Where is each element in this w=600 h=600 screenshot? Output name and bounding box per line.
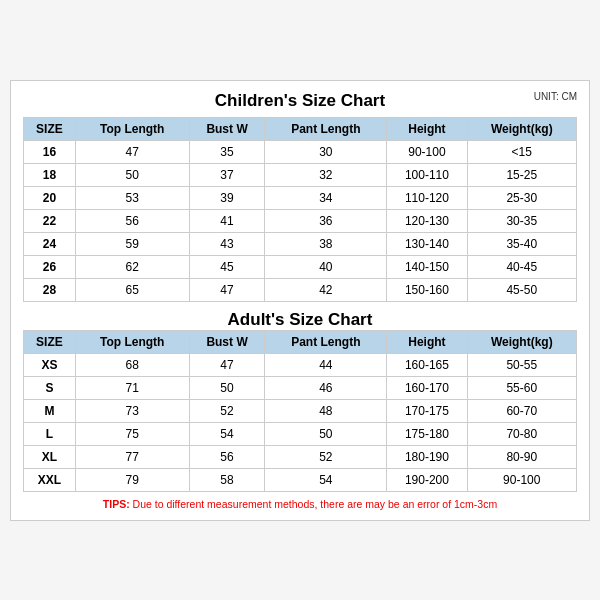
data-cell: 68 [75,353,189,376]
data-cell: 59 [75,232,189,255]
size-cell: XXL [24,468,76,491]
children-table-row: 22564136120-13030-35 [24,209,577,232]
data-cell: 110-120 [387,186,467,209]
col-size-a: SIZE [24,330,76,353]
size-cell: L [24,422,76,445]
data-cell: 39 [189,186,265,209]
data-cell: 25-30 [467,186,576,209]
data-cell: 79 [75,468,189,491]
size-cell: 20 [24,186,76,209]
data-cell: 48 [265,399,387,422]
col-height-a: Height [387,330,467,353]
data-cell: 40 [265,255,387,278]
data-cell: 58 [189,468,265,491]
data-cell: 160-170 [387,376,467,399]
data-cell: 65 [75,278,189,301]
data-cell: 60-70 [467,399,576,422]
adults-table-row: XXL795854190-20090-100 [24,468,577,491]
data-cell: 56 [75,209,189,232]
data-cell: 52 [265,445,387,468]
data-cell: 37 [189,163,265,186]
data-cell: 62 [75,255,189,278]
data-cell: 54 [189,422,265,445]
adults-table: SIZE Top Length Bust W Pant Length Heigh… [23,330,577,492]
data-cell: 100-110 [387,163,467,186]
data-cell: 47 [189,353,265,376]
children-title: Children's Size Chart [215,91,385,111]
col-weight-a: Weight(kg) [467,330,576,353]
data-cell: 71 [75,376,189,399]
data-cell: 160-165 [387,353,467,376]
data-cell: 70-80 [467,422,576,445]
data-cell: 80-90 [467,445,576,468]
children-table-row: 20533934110-12025-30 [24,186,577,209]
data-cell: 190-200 [387,468,467,491]
size-cell: XS [24,353,76,376]
data-cell: 120-130 [387,209,467,232]
col-weight: Weight(kg) [467,117,576,140]
col-top-length-a: Top Length [75,330,189,353]
data-cell: 52 [189,399,265,422]
size-cell: M [24,399,76,422]
col-bust-w-a: Bust W [189,330,265,353]
data-cell: <15 [467,140,576,163]
adults-table-row: S715046160-17055-60 [24,376,577,399]
children-table-row: 1647353090-100<15 [24,140,577,163]
col-size: SIZE [24,117,76,140]
data-cell: 40-45 [467,255,576,278]
data-cell: 56 [189,445,265,468]
data-cell: 45-50 [467,278,576,301]
adults-table-row: XL775652180-19080-90 [24,445,577,468]
data-cell: 175-180 [387,422,467,445]
size-cell: S [24,376,76,399]
size-cell: XL [24,445,76,468]
data-cell: 45 [189,255,265,278]
data-cell: 50-55 [467,353,576,376]
data-cell: 15-25 [467,163,576,186]
size-cell: 26 [24,255,76,278]
data-cell: 35 [189,140,265,163]
size-cell: 24 [24,232,76,255]
col-pant-length-a: Pant Length [265,330,387,353]
data-cell: 77 [75,445,189,468]
children-table-row: 24594338130-14035-40 [24,232,577,255]
col-height: Height [387,117,467,140]
adults-table-row: XS684744160-16550-55 [24,353,577,376]
data-cell: 44 [265,353,387,376]
chart-container: Children's Size Chart UNIT: CM SIZE Top … [10,80,590,521]
data-cell: 30 [265,140,387,163]
children-table-row: 18503732100-11015-25 [24,163,577,186]
data-cell: 36 [265,209,387,232]
data-cell: 90-100 [467,468,576,491]
size-cell: 22 [24,209,76,232]
tips-label: TIPS: [103,498,133,510]
children-table-row: 26624540140-15040-45 [24,255,577,278]
data-cell: 34 [265,186,387,209]
data-cell: 46 [265,376,387,399]
data-cell: 47 [189,278,265,301]
data-cell: 35-40 [467,232,576,255]
adults-title: Adult's Size Chart [23,310,577,330]
data-cell: 50 [75,163,189,186]
adults-table-row: L755450175-18070-80 [24,422,577,445]
col-pant-length: Pant Length [265,117,387,140]
col-bust-w: Bust W [189,117,265,140]
data-cell: 90-100 [387,140,467,163]
adults-title-row: Adult's Size Chart [23,310,577,330]
data-cell: 54 [265,468,387,491]
data-cell: 53 [75,186,189,209]
adults-table-row: M735248170-17560-70 [24,399,577,422]
children-header-row: SIZE Top Length Bust W Pant Length Heigh… [24,117,577,140]
data-cell: 38 [265,232,387,255]
size-cell: 18 [24,163,76,186]
adults-header-row: SIZE Top Length Bust W Pant Length Heigh… [24,330,577,353]
data-cell: 73 [75,399,189,422]
data-cell: 50 [265,422,387,445]
data-cell: 50 [189,376,265,399]
data-cell: 150-160 [387,278,467,301]
data-cell: 75 [75,422,189,445]
data-cell: 42 [265,278,387,301]
data-cell: 55-60 [467,376,576,399]
data-cell: 47 [75,140,189,163]
data-cell: 30-35 [467,209,576,232]
